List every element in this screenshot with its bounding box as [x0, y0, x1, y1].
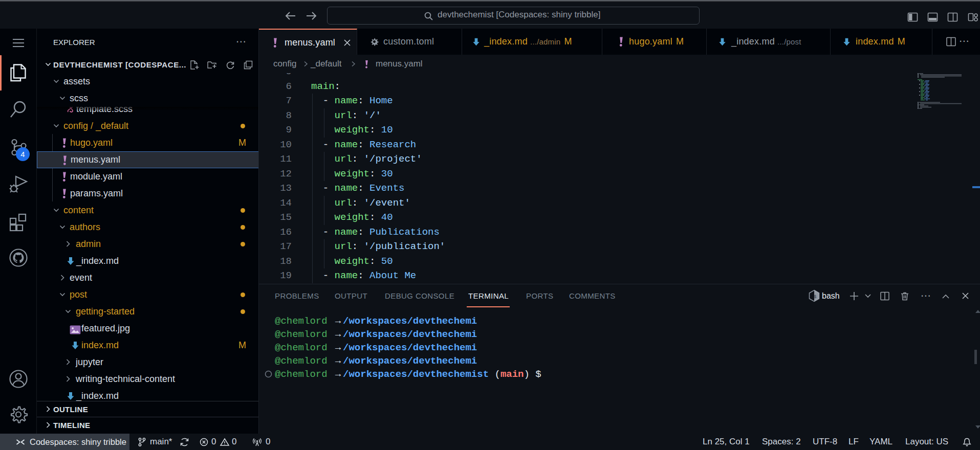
svg-text:$: $	[814, 295, 817, 300]
